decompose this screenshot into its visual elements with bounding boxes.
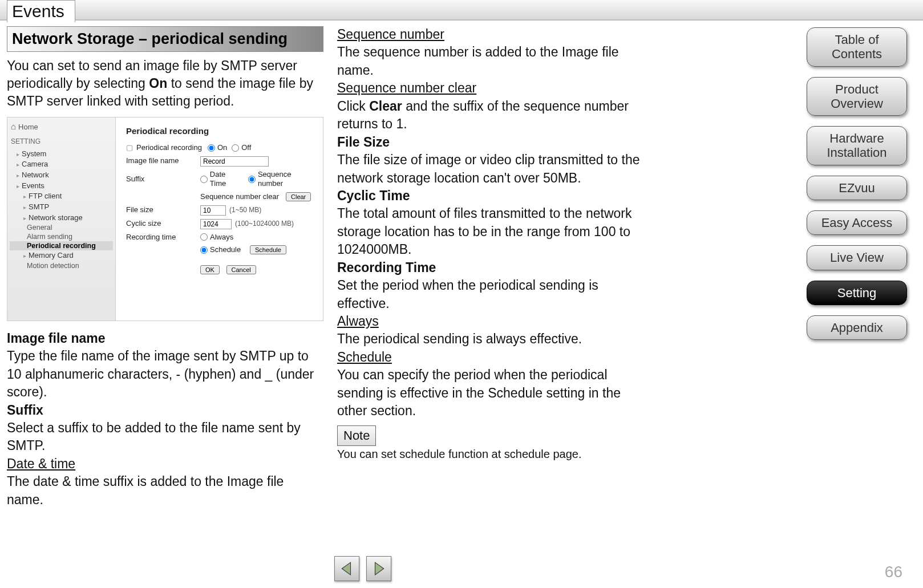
body-text: Type the file name of the image sent by … — [7, 348, 323, 364]
screenshot-nav: Home SETTING System Camera Network Event… — [7, 117, 116, 321]
body-text: sending is effective in the Schedule set… — [337, 385, 646, 402]
opt-seqnum: Sequence number — [258, 170, 318, 189]
body-text: storage location has to be in the range … — [337, 224, 646, 240]
heading-image-file-name: Image file name — [7, 330, 323, 347]
body-text: network storage location can't over 50MB… — [337, 170, 646, 186]
text-bold: Clear — [369, 99, 402, 113]
text: to send the image file by — [167, 76, 313, 91]
left-column: Network Storage – periodical sending You… — [7, 26, 323, 509]
arrow-left-icon — [339, 561, 354, 576]
screenshot-title: Periodical recording — [126, 125, 318, 136]
side-nav: Table of Contents Product Overview Hardw… — [807, 27, 909, 340]
radio-on[interactable] — [208, 144, 215, 152]
side-btn-toc[interactable]: Table of Contents — [807, 27, 907, 67]
body-text: Click Clear and the suffix of the sequen… — [337, 98, 646, 115]
arrow-right-icon — [371, 561, 386, 576]
nav-sub-item: Network storage — [10, 213, 113, 224]
ok-button[interactable]: OK — [200, 265, 220, 274]
nav-item: System — [10, 149, 113, 160]
body-text: SMTP. — [7, 437, 323, 454]
body-text: You can specify the period when the peri… — [337, 367, 646, 383]
intro-line: SMTP server linked with setting period. — [7, 93, 323, 110]
nav-item: Network — [10, 170, 113, 181]
text: periodically by selecting — [7, 76, 149, 91]
row-label: Periodical recording — [136, 143, 202, 153]
svg-marker-1 — [375, 562, 384, 575]
subheading-date-time: Date & time — [7, 456, 323, 472]
page-number: 66 — [885, 563, 902, 581]
nav-sub2-item: General — [10, 223, 113, 232]
body-text: The sequence number is added to the Imag… — [337, 44, 646, 60]
intro-line: periodically by selecting On to send the… — [7, 75, 323, 92]
cancel-button[interactable]: Cancel — [226, 265, 256, 274]
side-btn-hardware[interactable]: Hardware Installation — [807, 126, 907, 165]
radio-schedule[interactable] — [200, 246, 208, 254]
unit-text: (100~1024000 MB) — [235, 220, 294, 228]
cyclic-input[interactable] — [200, 219, 232, 229]
next-page-button[interactable] — [366, 556, 391, 581]
radio-off[interactable] — [232, 144, 239, 152]
nav-home: Home — [10, 121, 113, 132]
side-btn-ezvuu[interactable]: EZvuu — [807, 176, 907, 200]
nav-item: Events — [10, 181, 113, 192]
body-text: The periodical sending is always effecti… — [337, 331, 646, 347]
body-text: score). — [7, 384, 323, 400]
note-label: Note — [337, 425, 376, 446]
svg-marker-0 — [342, 562, 350, 575]
nav-tail-item: Motion detection — [10, 261, 113, 270]
body-text: other section. — [337, 403, 646, 419]
body-text: The date & time suffix is added to the I… — [7, 473, 323, 490]
subheading-seq-clear: Sequence number clear — [337, 80, 646, 96]
opt-on: On — [217, 143, 227, 153]
heading-file-size: File Size — [337, 134, 646, 151]
heading-recording-time: Recording Time — [337, 259, 646, 276]
body-text: The total amount of files transmitted to… — [337, 205, 646, 222]
side-btn-overview[interactable]: Product Overview — [807, 77, 907, 116]
config-screenshot: Home SETTING System Camera Network Event… — [7, 117, 323, 321]
heading-cyclic-time: Cyclic Time — [337, 188, 646, 204]
filesize-input[interactable] — [200, 205, 226, 216]
side-btn-setting[interactable]: Setting — [807, 281, 907, 305]
radio-seqnum[interactable] — [248, 176, 256, 183]
body-text: 1024000MB. — [337, 241, 646, 258]
opt-schedule: Schedule — [210, 245, 250, 255]
prev-page-button[interactable] — [334, 556, 359, 581]
right-column: Sequence number The sequence number is a… — [337, 26, 646, 509]
side-btn-easy-access[interactable]: Easy Access — [807, 210, 907, 235]
body-text: Set the period when the periodical sendi… — [337, 277, 646, 294]
nav-sub2-item: Alarm sending — [10, 232, 113, 241]
nav-sub2-item-selected: Periodical recording — [10, 241, 113, 250]
subheading-sequence-number: Sequence number — [337, 26, 646, 43]
nav-arrows — [334, 556, 391, 581]
opt-datetime: Date Time — [210, 170, 244, 189]
heading-suffix: Suffix — [7, 402, 323, 419]
tab-events: Events — [7, 0, 75, 22]
main-content: Network Storage – periodical sending You… — [7, 26, 646, 509]
text: Click — [337, 99, 369, 113]
screenshot-body: Periodical recording ▢ Periodical record… — [116, 117, 323, 321]
opt-always: Always — [210, 233, 250, 242]
side-btn-live-view[interactable]: Live View — [807, 245, 907, 270]
body-text: name. — [7, 492, 323, 508]
side-btn-appendix[interactable]: Appendix — [807, 315, 907, 340]
row-label: Recording time — [126, 233, 200, 242]
section-title: Network Storage – periodical sending — [7, 26, 323, 52]
body-text: The file size of image or video clip tra… — [337, 152, 646, 168]
clear-button[interactable]: Clear — [286, 192, 311, 201]
text-bold: On — [149, 76, 167, 91]
note-text: You can set schedule function at schedul… — [337, 447, 646, 462]
schedule-button[interactable]: Schedule — [250, 245, 286, 254]
unit-text: (1~50 MB) — [229, 206, 261, 214]
nav-sub-item: FTP client — [10, 191, 113, 202]
nav-tail-item: Memory Card — [10, 250, 113, 261]
row-label: Image file name — [126, 156, 200, 166]
radio-datetime[interactable] — [200, 176, 208, 183]
subheading-always: Always — [337, 313, 646, 330]
nav-item: Camera — [10, 159, 113, 170]
subheading-schedule: Schedule — [337, 349, 646, 366]
radio-always[interactable] — [200, 233, 208, 241]
body-text: effective. — [337, 295, 646, 312]
filename-input[interactable] — [200, 156, 269, 167]
intro-line: You can set to send an image file by SMT… — [7, 58, 323, 74]
row-label: Suffix — [126, 175, 200, 184]
